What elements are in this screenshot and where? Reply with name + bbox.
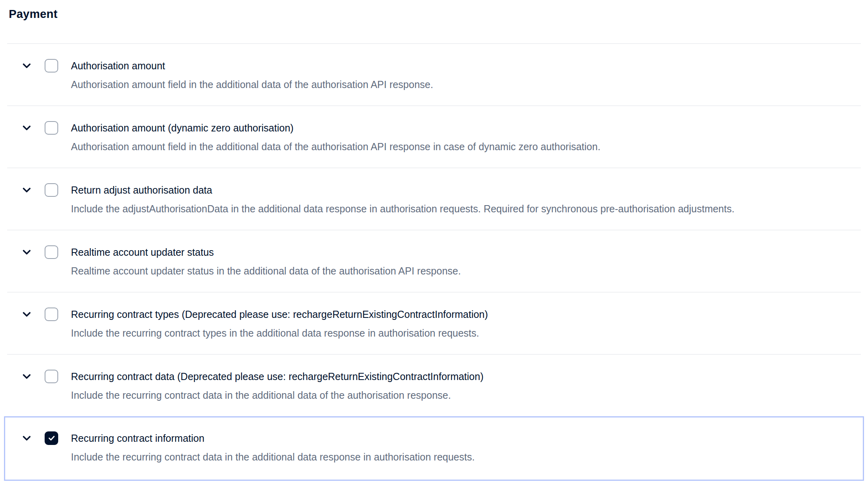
setting-row-head: Recurring contract data (Deprecated plea… [23,370,861,383]
setting-checkbox[interactable] [45,308,58,321]
setting-row: Recurring contract information Include t… [4,416,864,481]
setting-description: Include the recurring contract data in t… [71,389,861,402]
setting-row-head: Authorisation amount (dynamic zero autho… [23,121,861,135]
setting-label: Authorisation amount (dynamic zero autho… [71,121,294,134]
setting-description: Realtime account updater status in the a… [71,265,861,277]
expand-toggle-button[interactable] [23,312,31,317]
page-title: Payment [9,6,868,22]
expand-toggle-button[interactable] [23,435,31,441]
setting-checkbox[interactable] [45,431,58,445]
payment-settings-page: Payment Authorisation amount Authorisati… [0,0,868,482]
chevron-down-icon [23,125,31,131]
expand-toggle-button[interactable] [23,374,31,379]
chevron-down-icon [23,436,31,441]
setting-row-head: Recurring contract information [23,431,863,445]
setting-checkbox[interactable] [45,59,58,72]
setting-row: Recurring contract data (Deprecated plea… [7,354,861,416]
expand-toggle-button[interactable] [23,187,31,193]
chevron-down-icon [23,188,31,193]
setting-row: Realtime account updater status Realtime… [7,230,861,292]
setting-label: Recurring contract information [71,432,204,445]
setting-checkbox[interactable] [45,183,58,197]
setting-description: Include the recurring contract data in t… [71,451,863,463]
setting-row: Authorisation amount (dynamic zero autho… [7,106,861,168]
setting-label: Recurring contract data (Deprecated plea… [71,370,483,383]
setting-row: Recurring contract types (Deprecated ple… [7,292,861,354]
setting-row: Return adjust authorisation data Include… [7,168,861,230]
chevron-down-icon [23,312,31,317]
setting-row-head: Authorisation amount [23,59,861,72]
page-header: Payment [0,0,868,22]
setting-label: Authorisation amount [71,59,165,72]
expand-toggle-button[interactable] [23,63,31,69]
expand-toggle-button[interactable] [23,249,31,255]
setting-description: Include the recurring contract types in … [71,327,861,339]
setting-label: Realtime account updater status [71,246,214,259]
expand-toggle-button[interactable] [23,125,31,131]
setting-description: Authorisation amount field in the additi… [71,140,861,153]
checkmark-icon [48,435,55,441]
setting-row: Authorisation amount Authorisation amoun… [7,43,861,106]
setting-checkbox[interactable] [45,121,58,135]
chevron-down-icon [23,250,31,255]
setting-label: Recurring contract types (Deprecated ple… [71,308,488,321]
setting-checkbox[interactable] [45,245,58,259]
setting-checkbox[interactable] [45,370,58,383]
setting-row-head: Recurring contract types (Deprecated ple… [23,308,861,321]
setting-row-head: Return adjust authorisation data [23,183,861,197]
payment-settings-list: Authorisation amount Authorisation amoun… [4,43,864,481]
setting-description: Authorisation amount field in the additi… [71,78,861,91]
setting-description: Include the adjustAuthorisationData in t… [71,202,861,215]
chevron-down-icon [23,374,31,379]
setting-row-head: Realtime account updater status [23,245,861,259]
setting-label: Return adjust authorisation data [71,184,212,196]
chevron-down-icon [23,63,31,69]
